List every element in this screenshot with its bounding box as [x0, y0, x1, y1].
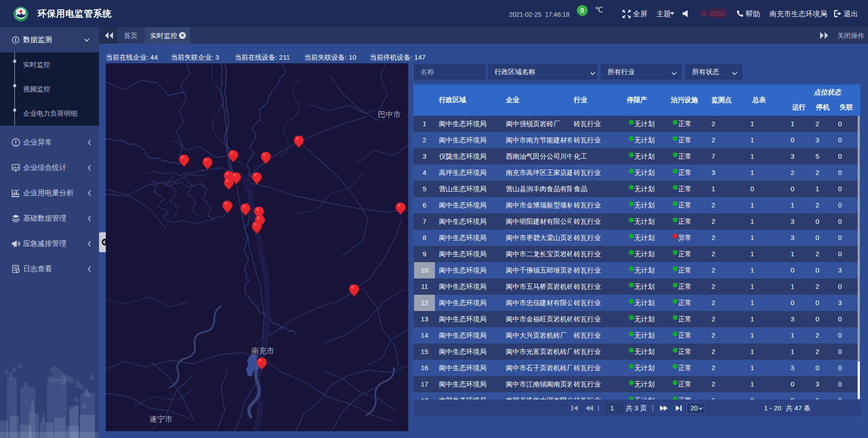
svg-text:南充市: 南充市	[251, 347, 274, 355]
svg-text:遂宁市: 遂宁市	[150, 415, 173, 424]
svg-text:巴中市: 巴中市	[378, 110, 401, 119]
